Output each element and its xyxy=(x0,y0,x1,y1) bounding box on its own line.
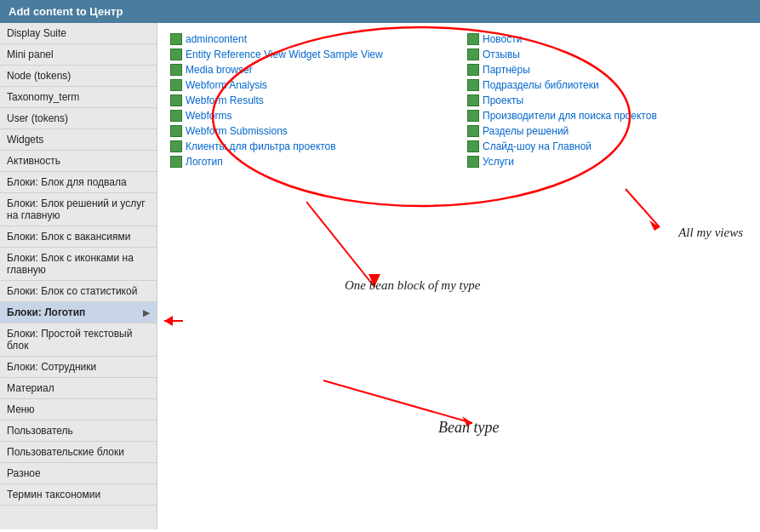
sidebar: Display SuiteMini panelNode (tokens)Taxo… xyxy=(0,23,157,529)
link-icon xyxy=(467,140,479,152)
sidebar-item[interactable]: Widgets xyxy=(0,129,157,151)
link-icon xyxy=(170,110,182,122)
sidebar-item-label: Блоки: Блок со статистикой xyxy=(7,285,137,297)
link-icon xyxy=(170,125,182,137)
sidebar-item[interactable]: User (tokens) xyxy=(0,108,157,129)
link-label: Media browser xyxy=(186,64,253,76)
right-column: НовостиОтзывыПартнёрыПодразделы библиоте… xyxy=(467,31,747,169)
link-label: Логотип xyxy=(186,156,223,168)
sidebar-item[interactable]: Блоки: Простой текстовый блок xyxy=(0,323,157,357)
svg-line-1 xyxy=(306,202,374,287)
sidebar-item-label: Пользователь xyxy=(7,425,73,437)
link-label: Новости xyxy=(483,33,522,45)
content-link[interactable]: Логотип xyxy=(170,154,450,169)
link-label: Клиенты для фильтра проектов xyxy=(186,140,336,152)
link-icon xyxy=(467,125,479,137)
sidebar-item[interactable]: Node (tokens) xyxy=(0,66,157,87)
content-link[interactable]: Разделы решений xyxy=(467,123,747,139)
svg-line-5 xyxy=(323,380,472,423)
sidebar-item-label: Блоки: Логотип xyxy=(7,306,85,318)
content-link[interactable]: Клиенты для фильтра проектов xyxy=(170,139,450,154)
svg-line-7 xyxy=(626,189,660,227)
content-link[interactable]: Подразделы библиотеки xyxy=(467,77,747,93)
link-label: admincontent xyxy=(186,33,247,45)
link-icon xyxy=(467,33,479,45)
link-icon xyxy=(467,156,479,168)
link-icon xyxy=(170,156,182,168)
link-icon xyxy=(170,33,182,45)
sidebar-item-label: Mini panel xyxy=(7,49,54,60)
sidebar-item[interactable]: Блоки: Блок с иконками на главную xyxy=(0,248,157,281)
sidebar-item-label: Taxonomy_term xyxy=(7,91,79,103)
content-link[interactable]: Производители для поиска проектов xyxy=(467,108,747,123)
content-link[interactable]: Отзывы xyxy=(467,47,747,62)
sidebar-item[interactable]: Пользователь xyxy=(0,420,157,442)
link-icon xyxy=(467,64,479,76)
link-label: Слайд-шоу на Главной xyxy=(483,140,591,152)
sidebar-item[interactable]: Термин таксономии xyxy=(0,484,157,506)
content-link[interactable]: Новости xyxy=(467,31,747,47)
sidebar-item[interactable]: Активность xyxy=(0,151,157,172)
header-title: Add content to Центр xyxy=(9,5,123,18)
sidebar-item[interactable]: Блоки: Логотип▶ xyxy=(0,302,157,323)
sidebar-item[interactable]: Display Suite xyxy=(0,23,157,44)
link-icon xyxy=(467,79,479,91)
link-icon xyxy=(467,94,479,106)
main-content: admincontentEntity Reference View Widget… xyxy=(157,23,760,529)
sidebar-item-label: Материал xyxy=(7,382,54,394)
sidebar-item-label: Node (tokens) xyxy=(7,70,71,82)
content-link[interactable]: Слайд-шоу на Главной xyxy=(467,139,747,154)
sidebar-item-label: Блоки: Простой текстовый блок xyxy=(7,328,150,352)
chevron-right-icon: ▶ xyxy=(143,308,150,317)
sidebar-item[interactable]: Меню xyxy=(0,399,157,420)
content-link[interactable]: Проекты xyxy=(467,93,747,108)
sidebar-item-label: Активность xyxy=(7,155,60,167)
sidebar-item[interactable]: Блоки: Сотрудники xyxy=(0,357,157,378)
sidebar-item[interactable]: Пользовательские блоки xyxy=(0,442,157,463)
header: Add content to Центр xyxy=(0,0,760,23)
svg-marker-8 xyxy=(649,220,660,231)
bean-type-label: Bean type xyxy=(438,419,499,437)
link-label: Webforms xyxy=(186,110,231,122)
content-link[interactable]: Webform Results xyxy=(170,93,450,108)
sidebar-item-label: Display Suite xyxy=(7,27,66,39)
link-icon xyxy=(170,64,182,76)
link-label: Разделы решений xyxy=(483,125,569,137)
sidebar-item-label: Widgets xyxy=(7,134,43,146)
link-label: Webform Results xyxy=(186,94,264,106)
svg-marker-4 xyxy=(164,316,173,326)
sidebar-item-label: Блоки: Сотрудники xyxy=(7,361,96,373)
content-link[interactable]: Webform Analysis xyxy=(170,77,450,93)
sidebar-item[interactable]: Материал xyxy=(0,378,157,399)
sidebar-item[interactable]: Mini panel xyxy=(0,44,157,66)
content-link[interactable]: admincontent xyxy=(170,31,450,47)
sidebar-item[interactable]: Блоки: Блок со статистикой xyxy=(0,281,157,302)
left-column: admincontentEntity Reference View Widget… xyxy=(170,31,450,169)
all-my-views-label: All my views xyxy=(678,226,743,240)
sidebar-item[interactable]: Блоки: Блок для подвала xyxy=(0,172,157,193)
link-icon xyxy=(170,79,182,91)
sidebar-item[interactable]: Taxonomy_term xyxy=(0,87,157,108)
link-icon xyxy=(467,110,479,122)
sidebar-item-label: Меню xyxy=(7,403,34,415)
link-label: Проекты xyxy=(483,94,523,106)
sidebar-item[interactable]: Разное xyxy=(0,463,157,484)
sidebar-item-label: Пользовательские блоки xyxy=(7,446,124,458)
sidebar-item-label: Блоки: Блок с вакансиями xyxy=(7,231,131,243)
sidebar-item-label: User (tokens) xyxy=(7,112,68,124)
content-link[interactable]: Entity Reference View Widget Sample View xyxy=(170,47,450,62)
link-label: Подразделы библиотеки xyxy=(483,79,599,91)
link-label: Услуги xyxy=(483,156,514,168)
sidebar-item-label: Блоки: Блок с иконками на главную xyxy=(7,252,150,276)
sidebar-item[interactable]: Блоки: Блок решений и услуг на главную xyxy=(0,193,157,226)
sidebar-item-label: Термин таксономии xyxy=(7,489,100,501)
content-link[interactable]: Услуги xyxy=(467,154,747,169)
sidebar-item[interactable]: Блоки: Блок с вакансиями xyxy=(0,226,157,248)
content-link[interactable]: Webforms xyxy=(170,108,450,123)
content-link[interactable]: Media browser xyxy=(170,62,450,77)
content-link[interactable]: Партнёры xyxy=(467,62,747,77)
link-icon xyxy=(170,94,182,106)
content-link[interactable]: Webform Submissions xyxy=(170,123,450,139)
one-bean-block-label: One bean block of my type xyxy=(345,278,481,293)
link-icon xyxy=(170,49,182,60)
